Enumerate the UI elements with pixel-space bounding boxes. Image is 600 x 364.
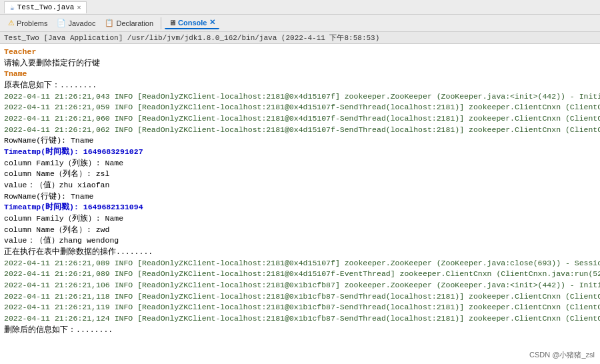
console-line: 删除后的信息如下：........ <box>4 325 596 336</box>
console-line: 原表信息如下：........ <box>4 80 596 91</box>
console-line: 请输入要删除指定行的行键 <box>4 58 596 69</box>
console-line: 2022-04-11 21:26:21,060 INFO [ReadOnlyZK… <box>4 113 596 125</box>
console-line: 2022-04-11 21:26:21,089 INFO [ReadOnlyZK… <box>4 269 596 280</box>
console-line: column Family（列族）: Name <box>4 213 596 225</box>
console-line: value：（值）zhang wendong <box>4 235 596 247</box>
console-icon: 🖥 <box>169 19 176 27</box>
console-output[interactable]: Teacher请输入要删除指定行的行键Tname原表信息如下：........2… <box>0 44 600 364</box>
problems-label: Problems <box>17 19 47 27</box>
close-icon[interactable]: ✕ <box>77 3 81 11</box>
declaration-label: Declaration <box>116 19 153 27</box>
java-file-icon: ☕ <box>10 3 15 12</box>
title-bar: ☕ Test_Two.java ✕ <box>0 0 600 15</box>
console-line: column Family（列族）: Name <box>4 158 596 169</box>
console-line: Timeatmp(时间戳): 1649683291027 <box>4 147 596 158</box>
console-line: 2022-04-11 21:26:21,118 INFO [ReadOnlyZK… <box>4 291 596 303</box>
watermark: CSDN @小猪猪_zsl <box>529 350 595 360</box>
console-line: Timeatmp(时间戳): 1649682131094 <box>4 202 596 213</box>
console-line: Tname <box>4 69 596 80</box>
console-line: 2022-04-11 21:26:21,062 INFO [ReadOnlyZK… <box>4 125 596 136</box>
console-line: 2022-04-11 21:26:21,043 INFO [ReadOnlyZK… <box>4 91 596 103</box>
declaration-icon: 📋 <box>105 19 114 27</box>
console-line: 正在执行在表中删除数据的操作........ <box>4 247 596 258</box>
console-label: Console <box>178 19 207 27</box>
run-info-bar: Test_Two [Java Application] /usr/lib/jvm… <box>0 32 600 44</box>
console-tab-btn[interactable]: 🖥 Console ✕ <box>165 17 219 29</box>
javadoc-label: Javadoc <box>68 19 95 27</box>
javadoc-tab-btn[interactable]: 📄 Javadoc <box>53 17 99 29</box>
console-line: 2022-04-11 21:26:21,124 INFO [ReadOnlyZK… <box>4 313 596 325</box>
console-line: RowName(行键): Tname <box>4 135 596 147</box>
console-line: 2022-04-11 21:26:21,089 INFO [ReadOnlyZK… <box>4 258 596 269</box>
console-line: 2022-04-11 21:26:21,119 INFO [ReadOnlyZK… <box>4 302 596 313</box>
javadoc-icon: 📄 <box>57 19 66 27</box>
toolbar-separator <box>161 17 161 29</box>
console-line: 2022-04-11 21:26:21,059 INFO [ReadOnlyZK… <box>4 102 596 113</box>
problems-icon: ⚠ <box>8 19 15 27</box>
file-tab-label: Test_Two.java <box>17 3 75 11</box>
console-line: Teacher <box>4 47 596 58</box>
console-line: value：（值）zhu xiaofan <box>4 180 596 191</box>
declaration-tab-btn[interactable]: 📋 Declaration <box>101 17 157 29</box>
run-info-text: Test_Two [Java Application] /usr/lib/jvm… <box>4 33 379 43</box>
console-line: column Name（列名）: zsl <box>4 169 596 180</box>
console-line: RowName(行键): Tname <box>4 191 596 203</box>
console-line: 2022-04-11 21:26:21,106 INFO [ReadOnlyZK… <box>4 280 596 291</box>
toolbar: ⚠ Problems 📄 Javadoc 📋 Declaration 🖥 Con… <box>0 15 600 32</box>
console-line: column Name（列名）: zwd <box>4 225 596 236</box>
problems-tab-btn[interactable]: ⚠ Problems <box>4 17 51 29</box>
console-close-icon[interactable]: ✕ <box>209 18 215 27</box>
file-tab[interactable]: ☕ Test_Two.java ✕ <box>4 1 87 13</box>
